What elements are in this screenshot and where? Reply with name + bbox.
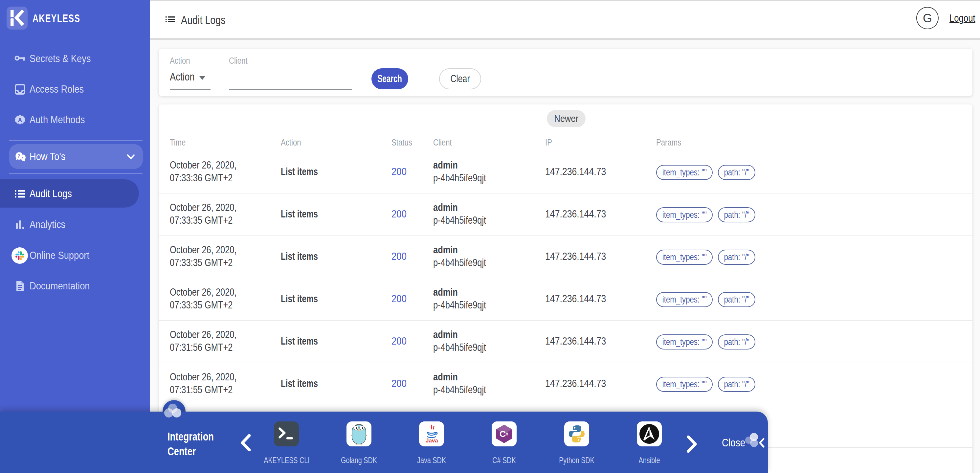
svg-text:A: A <box>18 117 22 123</box>
svg-text:Java: Java <box>426 438 438 444</box>
svg-text:#: # <box>506 431 508 437</box>
svg-text:C: C <box>500 429 506 439</box>
svg-text:?: ? <box>18 153 21 159</box>
